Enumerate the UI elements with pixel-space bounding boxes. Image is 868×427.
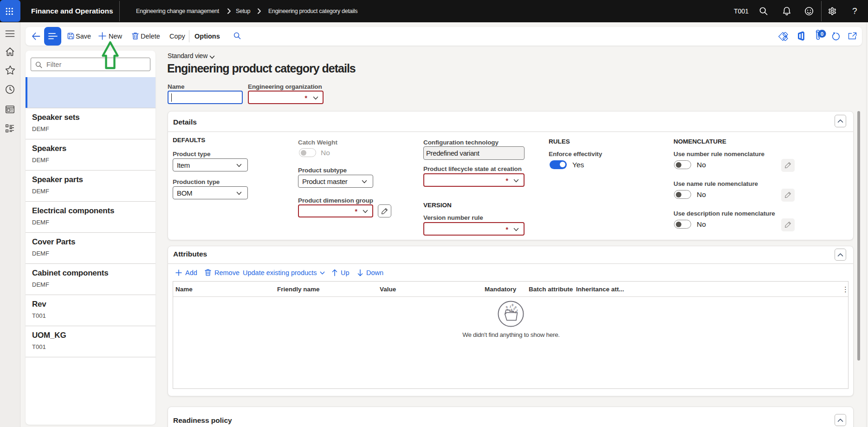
svg-text:0: 0 bbox=[512, 303, 513, 307]
svg-text:0: 0 bbox=[821, 31, 823, 37]
